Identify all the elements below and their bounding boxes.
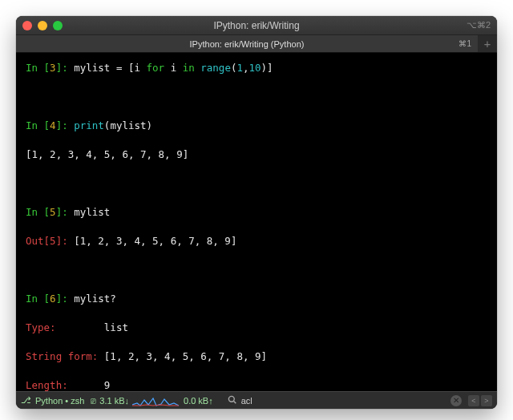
blank-line xyxy=(26,263,487,277)
help-length: Length: 9 xyxy=(26,378,487,391)
window-shortcut-hint: ⌥⌘2 xyxy=(467,20,491,30)
tab-add-button[interactable]: + xyxy=(478,35,497,52)
status-network: ⎚ 3.1 kB↓ 0.0 kB↑ xyxy=(91,395,212,406)
window-titlebar: IPython: erik/Writing ⌥⌘2 xyxy=(16,16,497,35)
maximize-icon[interactable] xyxy=(53,21,63,30)
status-search[interactable] xyxy=(228,395,446,406)
terminal-content[interactable]: In [3]: mylist = [i for i in range(1,10)… xyxy=(16,53,497,391)
tab-ipython[interactable]: IPython: erik/Writing (Python) ⌘1 xyxy=(16,35,478,52)
minimize-icon[interactable] xyxy=(38,21,47,30)
line-out-5: Out[5]: [1, 2, 3, 4, 5, 6, 7, 8, 9] xyxy=(26,234,487,248)
line-in-4: In [4]: print(mylist) xyxy=(26,119,487,133)
status-bar: ⎇ Python • zsh ⎚ 3.1 kB↓ 0.0 kB↑ ✕ < > xyxy=(16,391,497,409)
branch-icon: ⎇ xyxy=(21,395,31,406)
sparkline-icon xyxy=(132,395,180,406)
line-in-5: In [5]: mylist xyxy=(26,205,487,220)
tab-bar: IPython: erik/Writing (Python) ⌘1 + xyxy=(16,35,497,53)
help-type: Type: list xyxy=(26,321,487,335)
pager-buttons: < > xyxy=(467,395,492,406)
pager-prev-button[interactable]: < xyxy=(468,395,479,406)
window-title: IPython: erik/Writing xyxy=(16,20,497,31)
blank-line xyxy=(26,176,487,191)
clear-search-button[interactable]: ✕ xyxy=(450,395,462,406)
status-process[interactable]: ⎇ Python • zsh xyxy=(21,395,84,406)
status-process-label: Python • zsh xyxy=(35,396,84,406)
svg-line-1 xyxy=(233,402,236,404)
search-icon xyxy=(228,395,236,406)
line-in-3: In [3]: mylist = [i for i in range(1,10)… xyxy=(26,61,487,75)
tab-shortcut: ⌘1 xyxy=(458,39,471,48)
pager-next-button[interactable]: > xyxy=(481,395,492,406)
traffic-lights xyxy=(22,21,63,30)
search-input[interactable] xyxy=(240,395,304,406)
net-up-value: 0.0 kB↑ xyxy=(184,396,213,406)
help-string-form: String form: [1, 2, 3, 4, 5, 6, 7, 8, 9] xyxy=(26,349,487,364)
line-in-6: In [6]: mylist? xyxy=(26,292,487,306)
tab-label: IPython: erik/Writing (Python) xyxy=(190,39,305,49)
terminal-window: IPython: erik/Writing ⌥⌘2 IPython: erik/… xyxy=(16,16,497,409)
svg-point-0 xyxy=(228,396,234,402)
close-icon[interactable] xyxy=(22,21,32,30)
net-down-value: 3.1 kB↓ xyxy=(99,396,129,406)
net-down-icon: ⎚ xyxy=(91,396,96,406)
blank-line xyxy=(26,90,487,104)
line-out-4: [1, 2, 3, 4, 5, 6, 7, 8, 9] xyxy=(26,147,487,162)
